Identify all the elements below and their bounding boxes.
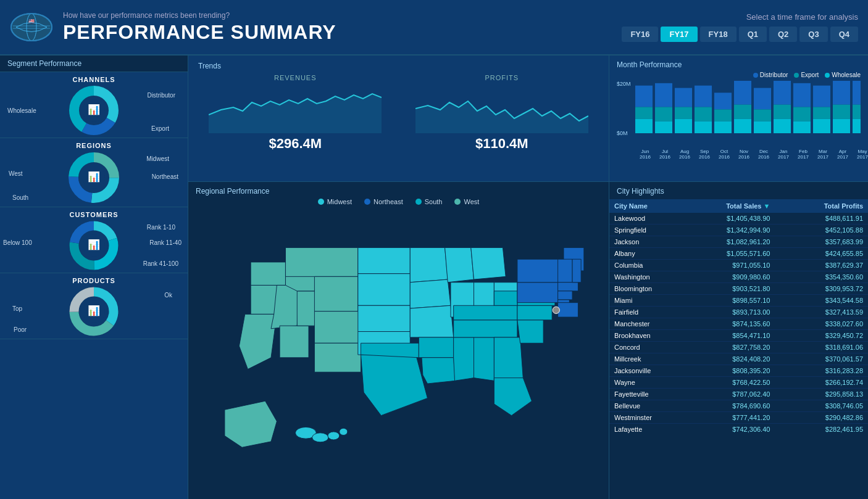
channels-section: CHANNELS Wholesale 📊 Distributor Export	[0, 72, 188, 138]
legend-export: Export	[794, 72, 819, 78]
fy16-button[interactable]: FY16	[622, 27, 658, 42]
revenue-label: REVENUES	[198, 74, 393, 81]
table-row: Washington $909,980.60 $354,350.60	[609, 271, 868, 283]
month-label: Mar2017	[813, 149, 833, 160]
svg-text:🇺🇸: 🇺🇸	[28, 18, 35, 24]
sort-icon-sales[interactable]: ▼	[764, 202, 770, 210]
trends-section: Trends REVENUES $296.4M PROFITS	[188, 56, 609, 182]
channels-label-export: Export	[151, 125, 169, 132]
legend-label-exp: Export	[801, 72, 819, 78]
products-title: PRODUCTS	[0, 277, 188, 284]
table-row: Columbia $971,055.10 $387,629.37	[609, 260, 868, 271]
city-name: Fairfield	[609, 307, 682, 318]
city-sales: $893,713.00	[682, 307, 775, 318]
month-label: Jun2016	[635, 149, 655, 160]
table-row: Lafayette $742,306.40 $282,461.95	[609, 424, 868, 434]
left-panel: Segment Performance CHANNELS Wholesale 📊…	[0, 56, 188, 499]
svg-rect-99	[734, 81, 751, 105]
customers-label-below100: Below 100	[3, 239, 32, 246]
table-row: Concord $827,758.20 $318,691.06	[609, 342, 868, 353]
month-labels-row: Jun2016Jul2016Aug2016Sep2016Oct2016Nov20…	[617, 149, 861, 160]
svg-marker-33	[251, 262, 285, 286]
regions-label-midwest: Midwest	[146, 155, 169, 162]
regions-donut-row: West 📊 Midwest Northeast South	[0, 152, 188, 204]
legend-wholesale: Wholesale	[825, 72, 861, 78]
city-highlights-title: City Highlights	[609, 187, 868, 199]
city-profits: $488,611.91	[775, 213, 868, 225]
regions-label-west: West	[9, 170, 23, 177]
svg-marker-61	[474, 337, 495, 381]
svg-marker-69	[494, 291, 517, 305]
svg-rect-89	[655, 122, 672, 133]
svg-marker-45	[358, 274, 410, 306]
q3-button[interactable]: Q3	[799, 27, 827, 42]
svg-rect-88	[655, 107, 672, 122]
svg-text:📊: 📊	[88, 305, 100, 316]
city-profits: $308,746.05	[775, 400, 868, 412]
fy17-button[interactable]: FY17	[661, 27, 697, 42]
svg-rect-119	[853, 119, 861, 133]
svg-rect-91	[675, 107, 692, 119]
table-row: Jacksonville $808,395.20 $316,283.28	[609, 365, 868, 377]
svg-rect-104	[754, 122, 771, 133]
table-row: Fayetteville $787,062.40 $295,858.13	[609, 389, 868, 400]
city-name: Lakewood	[609, 213, 682, 225]
svg-rect-105	[774, 81, 791, 105]
col-city: City Name	[609, 199, 682, 213]
q2-button[interactable]: Q2	[769, 27, 797, 42]
city-name: Washington	[609, 271, 682, 283]
city-sales: $787,062.40	[682, 389, 775, 400]
city-sales: $854,471.10	[682, 330, 775, 342]
city-profits: $290,482.86	[775, 412, 868, 424]
page-title: PERFORMANCE SUMMARY	[63, 21, 622, 44]
city-table-scroll[interactable]: City Name Total Sales ▼ Total Profits La…	[609, 199, 868, 434]
svg-rect-96	[714, 93, 732, 109]
svg-point-83	[340, 428, 348, 435]
svg-marker-71	[517, 259, 564, 282]
svg-marker-70	[517, 282, 558, 303]
bar-chart-svg	[635, 81, 861, 149]
customers-donut-svg: 📊	[60, 221, 128, 270]
channels-label-wholesale: Wholesale	[7, 107, 36, 114]
month-label: Sep2016	[695, 149, 714, 160]
table-row: Bloomington $903,521.80 $309,953.72	[609, 283, 868, 295]
trends-title: Trends	[198, 62, 599, 70]
svg-marker-60	[454, 337, 474, 381]
fy18-button[interactable]: FY18	[700, 27, 737, 42]
header-controls: Select a time frame for analysis FY16 FY…	[622, 12, 858, 42]
month-label: Jul2016	[655, 149, 675, 160]
products-label-poor: Poor	[14, 326, 27, 333]
city-name: Millcreek	[609, 353, 682, 365]
svg-rect-2	[13, 25, 50, 27]
city-profits: $318,691.06	[775, 342, 868, 353]
map-legend: Midwest Northeast South West	[196, 198, 601, 205]
svg-marker-43	[314, 343, 361, 372]
q1-button[interactable]: Q1	[739, 27, 767, 42]
city-profits: $354,350.60	[775, 271, 868, 283]
city-highlights-section: City Highlights City Name Total Sales ▼ …	[609, 182, 868, 499]
svg-rect-103	[754, 109, 771, 121]
center-panel: Trends REVENUES $296.4M PROFITS	[188, 56, 609, 499]
table-row: Fairfield $893,713.00 $327,413.59	[609, 307, 868, 318]
svg-marker-48	[410, 247, 448, 282]
q4-button[interactable]: Q4	[830, 27, 858, 42]
regions-label-south: South	[12, 194, 28, 201]
city-sales: $1,405,438.90	[682, 213, 775, 225]
month-label: Feb2017	[793, 149, 813, 160]
city-profits: $387,629.37	[775, 260, 868, 271]
table-row: Jackson $1,082,961.20 $357,683.99	[609, 236, 868, 248]
table-row: Brookhaven $854,471.10 $329,450.72	[609, 330, 868, 342]
legend-dot-dist	[753, 73, 758, 78]
svg-rect-84	[635, 86, 653, 107]
svg-rect-109	[793, 107, 811, 122]
month-label: May2017	[853, 149, 868, 160]
col-sales: Total Sales ▼	[682, 199, 775, 213]
svg-point-82	[328, 432, 340, 440]
products-donut-svg: 📊	[60, 287, 128, 336]
svg-rect-111	[813, 86, 830, 107]
svg-text:📊: 📊	[88, 104, 100, 115]
month-label: Dec2016	[754, 149, 774, 160]
city-profits: $316,283.28	[775, 365, 868, 377]
svg-rect-102	[754, 88, 771, 110]
city-name: Wayne	[609, 377, 682, 389]
